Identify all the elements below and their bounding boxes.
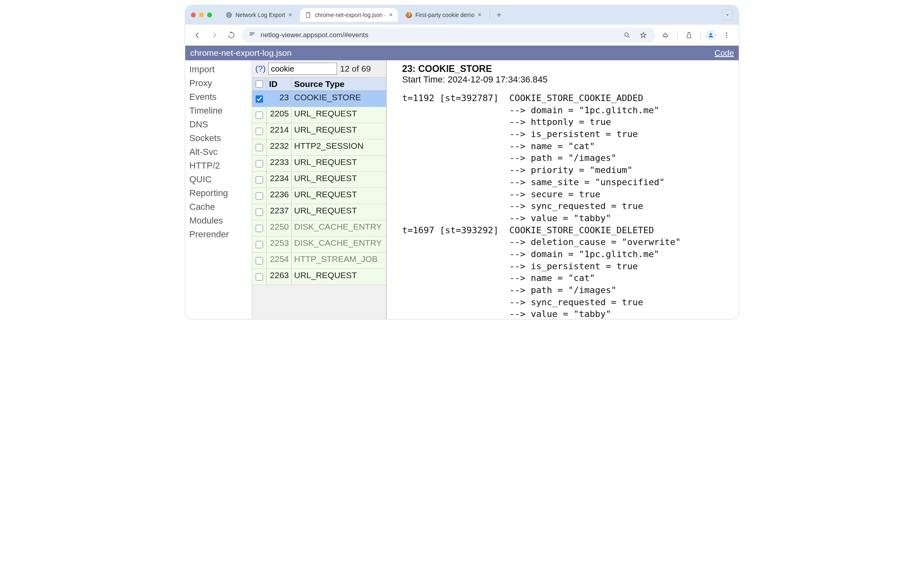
sidenav-item-events[interactable]: Events (189, 90, 252, 104)
zoom-icon[interactable] (621, 30, 633, 41)
event-id: 2214 (267, 123, 292, 139)
event-row[interactable]: 2237URL_REQUEST (252, 204, 386, 220)
reload-button[interactable] (225, 29, 238, 42)
event-row[interactable]: 2205URL_REQUEST (252, 107, 386, 123)
event-id: 2205 (267, 107, 292, 123)
filter-row: (?) 12 of 69 (252, 60, 386, 78)
event-type: URL_REQUEST (292, 107, 386, 123)
bookmark-icon[interactable] (638, 30, 649, 41)
sidenav-item-proxy[interactable]: Proxy (189, 76, 252, 90)
filter-help-link[interactable]: (?) (255, 64, 266, 74)
event-row[interactable]: 2233URL_REQUEST (252, 156, 386, 172)
close-tab-icon[interactable]: × (288, 12, 292, 18)
event-checkbox[interactable] (256, 241, 263, 248)
close-tab-icon[interactable]: × (478, 12, 481, 18)
sidenav-item-import[interactable]: Import (189, 63, 252, 76)
event-id: 2263 (267, 269, 292, 285)
event-checkbox[interactable] (256, 273, 263, 281)
tab-network-log-export[interactable]: Network Log Export × (221, 8, 297, 22)
app-body: ImportProxyEventsTimelineDNSSocketsAlt-S… (185, 60, 739, 319)
event-id: 2232 (267, 139, 292, 155)
document-title: chrome-net-export-log.json (190, 48, 292, 58)
tab-netlog-viewer[interactable]: chrome-net-export-log.json · × (300, 8, 397, 22)
code-link[interactable]: Code (714, 49, 734, 58)
minimize-window-button[interactable] (199, 13, 204, 17)
event-row[interactable]: 2253DISK_CACHE_ENTRY (252, 236, 386, 253)
file-icon (305, 12, 312, 18)
event-checkbox[interactable] (256, 176, 263, 184)
filter-input[interactable] (268, 63, 337, 75)
tab-cookie-demo[interactable]: 🍪 First-party cookie demo × (401, 8, 487, 22)
toolbar-separator (677, 31, 678, 39)
event-checkbox[interactable] (256, 209, 263, 216)
tab-separator (490, 11, 490, 19)
event-type: HTTP_STREAM_JOB (292, 253, 386, 268)
event-checkbox[interactable] (256, 128, 263, 135)
svg-point-2 (726, 32, 727, 34)
profile-avatar[interactable] (706, 30, 716, 40)
event-row[interactable]: 2254HTTP_STREAM_JOB (252, 253, 386, 269)
browser-window: Network Log Export × chrome-net-export-l… (185, 5, 739, 319)
header-type: Source Type (292, 78, 386, 91)
event-checkbox[interactable] (256, 160, 263, 167)
svg-point-3 (726, 34, 727, 36)
event-checkbox[interactable] (256, 112, 263, 119)
event-type: URL_REQUEST (292, 188, 386, 204)
event-type: URL_REQUEST (292, 204, 386, 220)
event-checkbox[interactable] (256, 144, 263, 151)
close-tab-icon[interactable]: × (389, 12, 392, 18)
event-type: URL_REQUEST (292, 172, 386, 188)
event-row[interactable]: 2234URL_REQUEST (252, 172, 386, 188)
sidenav-item-http2[interactable]: HTTP/2 (189, 159, 252, 173)
select-all-checkbox[interactable] (256, 80, 263, 88)
event-id: 2254 (267, 253, 292, 268)
event-type: URL_REQUEST (292, 269, 386, 285)
event-checkbox[interactable] (256, 95, 263, 103)
tab-title: chrome-net-export-log.json · (315, 12, 386, 18)
site-settings-icon[interactable] (248, 30, 256, 40)
details-log: t=1192 [st=392787] COOKIE_STORE_COOKIE_A… (402, 92, 734, 319)
event-checkbox[interactable] (256, 225, 263, 232)
event-type: DISK_CACHE_ENTRY (292, 220, 386, 236)
tabs-menu-button[interactable] (722, 9, 733, 21)
header-id: ID (267, 78, 292, 91)
event-row[interactable]: 2232HTTP2_SESSION (252, 139, 386, 156)
sidenav-item-modules[interactable]: Modules (189, 214, 252, 228)
sidenav-item-altsvc[interactable]: Alt-Svc (189, 145, 252, 159)
event-checkbox[interactable] (256, 192, 263, 200)
sidenav-item-prerender[interactable]: Prerender (189, 228, 252, 241)
address-bar[interactable]: netlog-viewer.appspot.com/#events (242, 27, 655, 43)
svg-point-4 (726, 36, 727, 38)
back-button[interactable] (191, 29, 204, 42)
sidenav-item-quic[interactable]: QUIC (189, 173, 252, 186)
event-row[interactable]: 2263URL_REQUEST (252, 269, 386, 285)
maximize-window-button[interactable] (207, 13, 212, 17)
event-row[interactable]: 2214URL_REQUEST (252, 123, 386, 139)
event-row[interactable]: 23COOKIE_STORE (252, 91, 386, 107)
sidenav-item-reporting[interactable]: Reporting (189, 186, 252, 200)
events-panel: (?) 12 of 69 ID Source Type 23COOKIE_STO… (252, 60, 387, 319)
sidenav-item-cache[interactable]: Cache (189, 200, 252, 214)
event-checkbox[interactable] (256, 257, 263, 264)
forward-button[interactable] (208, 29, 221, 42)
event-id: 2237 (267, 204, 292, 220)
event-row[interactable]: 2250DISK_CACHE_ENTRY (252, 220, 386, 236)
url-text: netlog-viewer.appspot.com/#events (261, 31, 613, 39)
tab-title: Network Log Export (235, 12, 285, 18)
browser-toolbar: netlog-viewer.appspot.com/#events (185, 25, 739, 46)
sidenav-item-dns[interactable]: DNS (189, 118, 252, 131)
event-row[interactable]: 2236URL_REQUEST (252, 188, 386, 204)
close-window-button[interactable] (191, 13, 196, 17)
labs-icon[interactable] (682, 29, 695, 42)
new-tab-button[interactable]: + (493, 9, 504, 21)
omnibox-actions (621, 30, 649, 41)
event-id: 2234 (267, 172, 292, 188)
event-id: 23 (267, 91, 292, 107)
tab-title: First-party cookie demo (415, 12, 475, 18)
extensions-icon[interactable] (659, 29, 672, 42)
details-start-time: Start Time: 2024-12-09 17:34:36.845 (402, 74, 734, 85)
cookie-icon: 🍪 (406, 12, 412, 18)
sidenav-item-timeline[interactable]: Timeline (189, 104, 252, 118)
kebab-menu-icon[interactable] (720, 29, 733, 42)
sidenav-item-sockets[interactable]: Sockets (189, 131, 252, 145)
